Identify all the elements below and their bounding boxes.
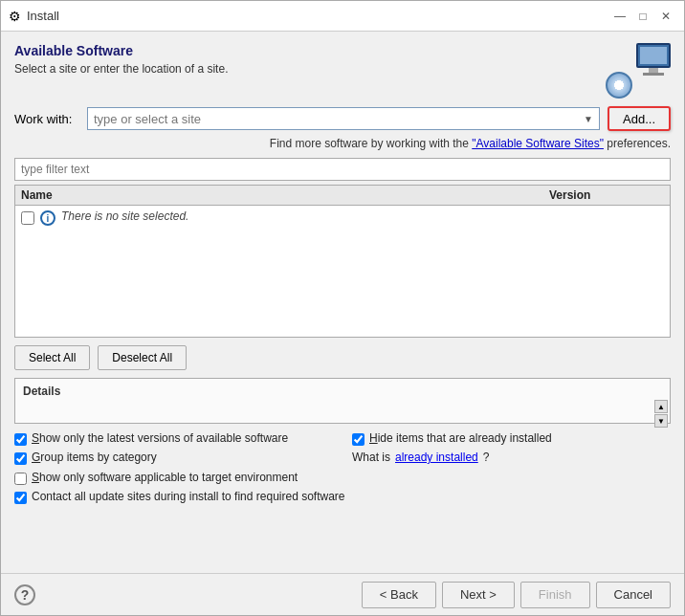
finish-button[interactable]: Finish [520,582,590,608]
checkbox-latest-versions-label: Show only the latest versions of availab… [32,431,288,445]
page-subtitle: Select a site or enter the location of a… [14,62,606,76]
underline-g: G [32,451,40,464]
table-header: Name Version [15,186,670,206]
back-button[interactable]: < Back [362,582,436,608]
underline-s2: S [32,471,39,484]
available-software-sites-link[interactable]: "Available Software Sites" [472,137,604,150]
find-more-text-after: preferences. [604,137,671,150]
cancel-button[interactable]: Cancel [596,582,671,608]
work-with-label: Work with: [14,112,79,126]
title-bar: ⚙ Install — □ ✕ [1,1,684,32]
deselect-all-button[interactable]: Deselect All [98,345,187,370]
what-is-row: What is already installed? [352,451,671,465]
work-with-row: Work with: ▼ Add... [14,106,671,131]
what-is-text-after: ? [483,451,490,464]
title-icon: ⚙ [9,9,21,24]
screen-icon [640,47,667,64]
row-checkbox[interactable] [21,211,34,225]
scroll-down-arrow[interactable]: ▼ [654,414,668,428]
checkbox-contact-update-sites-input[interactable] [14,492,27,504]
col-version-header: Version [549,188,664,202]
checkbox-target-env: Show only software applicable to target … [14,471,671,485]
select-all-button[interactable]: Select All [14,345,90,370]
checkbox-hide-installed-label: Hide items that are already installed [369,431,552,445]
what-is-text: What is [352,451,390,464]
checkbox-latest-versions: Show only the latest versions of availab… [14,431,333,446]
main-window: ⚙ Install — □ ✕ Available Software Selec… [0,0,685,616]
software-table: Name Version i There is no site selected… [14,185,671,338]
col-name-header: Name [21,188,549,202]
section-header: Available Software Select a site or ente… [14,43,671,99]
scroll-up-arrow[interactable]: ▲ [654,400,668,413]
monitor-icon [636,43,671,68]
nav-buttons: < Back Next > Finish Cancel [362,582,671,608]
selection-buttons-row: Select All Deselect All [14,345,671,370]
find-more-text: Find more software by working with the [270,137,472,150]
section-text-col: Available Software Select a site or ente… [14,43,606,85]
checkbox-contact-update-sites-label: Contact all update sites during install … [32,490,345,503]
add-button[interactable]: Add... [608,106,671,131]
table-body: i There is no site selected. [15,206,670,337]
find-more-row: Find more software by working with the "… [14,137,671,150]
checkbox-hide-installed: Hide items that are already installed [352,431,671,446]
checkbox-group-category: Group items by category [14,451,333,465]
checkboxes-grid: Show only the latest versions of availab… [14,431,671,465]
window-controls: — □ ✕ [609,6,676,27]
info-icon: i [40,210,55,226]
bottom-bar: ? < Back Next > Finish Cancel [1,573,684,615]
checkbox-contact-update-sites: Contact all update sites during install … [14,490,671,504]
base-icon [643,73,664,76]
checkbox-hide-installed-input[interactable] [352,433,365,446]
maximize-button[interactable]: □ [632,6,653,27]
checkbox-target-env-input[interactable] [14,473,27,485]
checkbox-target-env-label: Show only software applicable to target … [32,471,298,484]
header-icon [606,43,671,99]
details-scrollbar[interactable]: ▲ ▼ [654,400,668,448]
details-label: Details [23,385,662,398]
filter-input[interactable] [14,158,671,181]
underline-s: S [32,431,39,445]
window-title: Install [27,9,609,23]
work-with-input-wrap: ▼ [87,107,600,130]
checkbox-latest-versions-input[interactable] [14,433,27,446]
close-button[interactable]: ✕ [655,6,676,27]
next-button[interactable]: Next > [442,582,515,608]
no-site-message: There is no site selected. [61,209,188,223]
bottom-left: ? [14,584,35,605]
page-title: Available Software [14,43,606,58]
cd-icon [606,72,632,99]
work-with-input[interactable] [87,107,600,130]
dropdown-arrow-icon[interactable]: ▼ [579,109,598,128]
checkbox-group-category-label: Group items by category [32,451,157,464]
content-area: Available Software Select a site or ente… [1,32,684,573]
checkbox-group-category-input[interactable] [14,452,27,465]
already-installed-link[interactable]: already installed [395,451,478,464]
minimize-button[interactable]: — [609,6,630,27]
underline-h: H [369,431,378,445]
help-icon[interactable]: ? [14,584,35,605]
details-section: Details ▲ ▼ [14,378,671,424]
